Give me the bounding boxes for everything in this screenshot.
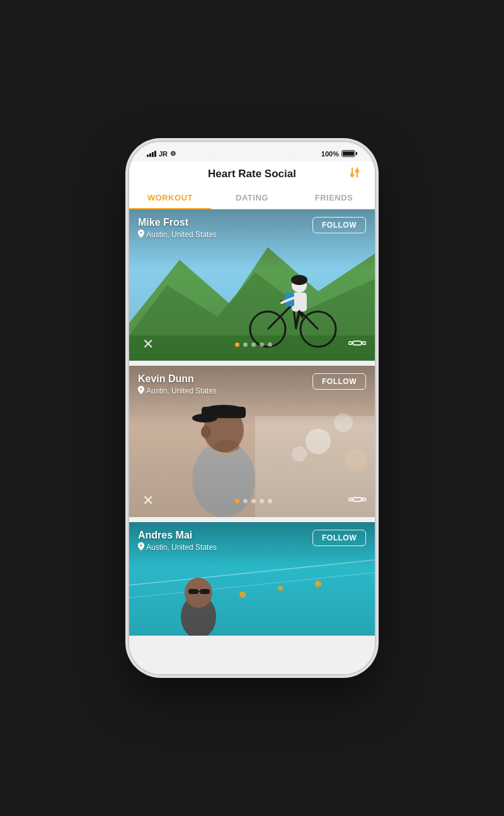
card-3-follow-button[interactable]: FOLLOW <box>312 530 366 546</box>
carrier-name: JR <box>159 150 168 158</box>
card-1-dots <box>235 342 272 347</box>
card-1-footer: ✕ <box>138 334 366 354</box>
tab-workout[interactable]: WORKOUT <box>129 187 211 209</box>
card-3-location: Austin, United States <box>138 542 312 552</box>
card-kevin-dunn: Kevin Dunn Austin, United States FOLLOW <box>129 366 375 517</box>
card-2-name: Kevin Dunn <box>138 373 312 385</box>
dot-1-3 <box>251 342 256 347</box>
dot-1-1 <box>235 342 239 347</box>
card-1-dismiss-icon: ✕ <box>142 337 154 351</box>
signal-bars <box>147 151 156 157</box>
filter-icon[interactable] <box>348 166 362 183</box>
app-content: Heart Rate Social WORKOUT DATING FRIENDS <box>129 161 375 674</box>
svg-rect-43 <box>353 498 362 501</box>
card-mike-frost: Mike Frost Austin, United States FOLLOW <box>129 209 375 361</box>
card-2-dots <box>235 499 272 503</box>
card-1-dismiss-button[interactable]: ✕ <box>138 334 158 354</box>
signal-bar-4 <box>154 151 156 157</box>
signal-bar-2 <box>149 153 151 157</box>
card-2-workout-icon[interactable] <box>348 494 366 508</box>
svg-rect-26 <box>362 342 366 344</box>
card-2-user-info: Kevin Dunn Austin, United States <box>138 373 312 396</box>
battery-indicator <box>341 150 357 157</box>
battery-body <box>341 150 355 157</box>
card-2-footer: ✕ <box>138 491 366 511</box>
svg-rect-44 <box>348 498 352 501</box>
dot-2-3 <box>251 499 256 503</box>
tab-friends[interactable]: FRIENDS <box>293 187 375 209</box>
card-1-header: Mike Frost Austin, United States FOLLOW <box>138 217 366 240</box>
card-3-user-info: Andres Mai Austin, United States <box>138 530 312 552</box>
svg-rect-25 <box>348 342 352 344</box>
card-1-follow-button[interactable]: FOLLOW <box>312 217 366 233</box>
battery-tip <box>356 152 357 155</box>
notch <box>205 142 299 160</box>
cards-container: Mike Frost Austin, United States FOLLOW <box>129 209 375 674</box>
signal-bar-3 <box>152 152 154 157</box>
tabs: WORKOUT DATING FRIENDS <box>129 187 375 209</box>
card-2-dismiss-button[interactable]: ✕ <box>138 491 158 511</box>
card-3-name: Andres Mai <box>138 530 312 541</box>
phone-frame: JR ⊜ 100% Heart Rate Social <box>129 142 375 674</box>
status-left: JR ⊜ <box>147 149 176 158</box>
card-2-location: Austin, United States <box>138 386 312 396</box>
app-header: Heart Rate Social <box>129 161 375 187</box>
card-2-dismiss-icon: ✕ <box>142 494 154 508</box>
card-1-workout-icon[interactable] <box>348 337 366 352</box>
signal-bar-1 <box>147 154 149 157</box>
dot-2-4 <box>260 499 264 503</box>
card-1-location-pin <box>138 230 144 240</box>
card-1-location-text: Austin, United States <box>146 230 217 239</box>
card-1-name: Mike Frost <box>138 217 312 228</box>
card-2-background: Kevin Dunn Austin, United States FOLLOW <box>129 366 375 517</box>
card-3-background: Andres Mai Austin, United States FOLLOW <box>129 522 375 636</box>
card-3-location-pin <box>138 542 144 552</box>
dot-1-2 <box>243 342 248 347</box>
tab-dating[interactable]: DATING <box>211 187 293 209</box>
battery-percent: 100% <box>321 150 339 158</box>
card-1-location: Austin, United States <box>138 230 312 240</box>
card-2-location-text: Austin, United States <box>146 387 217 395</box>
card-andres-mai: Andres Mai Austin, United States FOLLOW <box>129 522 375 636</box>
card-3-location-text: Austin, United States <box>146 543 217 552</box>
app-title: Heart Rate Social <box>208 168 296 180</box>
card-1-user-info: Mike Frost Austin, United States <box>138 217 312 240</box>
wifi-icon: ⊜ <box>170 149 176 158</box>
card-2-header: Kevin Dunn Austin, United States FOLLOW <box>138 373 366 396</box>
card-2-location-pin <box>138 386 144 396</box>
status-right: 100% <box>321 150 357 158</box>
dot-2-2 <box>243 499 248 503</box>
dot-1-5 <box>268 342 272 347</box>
card-3-header: Andres Mai Austin, United States FOLLOW <box>138 530 366 552</box>
dot-1-4 <box>260 342 264 347</box>
dot-2-5 <box>268 499 272 503</box>
card-1-background: Mike Frost Austin, United States FOLLOW <box>129 209 375 361</box>
battery-fill <box>343 151 354 156</box>
card-2-follow-button[interactable]: FOLLOW <box>312 373 366 390</box>
svg-rect-45 <box>362 498 366 501</box>
svg-rect-24 <box>353 341 362 345</box>
dot-2-1 <box>235 499 239 503</box>
